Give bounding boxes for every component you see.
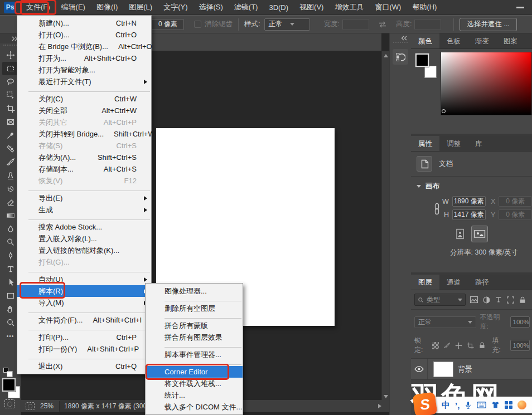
- menu-item[interactable]: 置入链接的智能对象(K)...: [17, 245, 151, 256]
- vertical-scrollbar[interactable]: [381, 51, 389, 400]
- menu-item[interactable]: 自动(U): [17, 274, 151, 285]
- rectangular-marquee-tool[interactable]: [2, 62, 19, 75]
- gradient-tool[interactable]: [2, 209, 19, 222]
- foreground-background-swatches[interactable]: [2, 378, 21, 401]
- menu-item[interactable]: 拼合所有蒙版: [146, 320, 243, 331]
- menu-item[interactable]: [146, 314, 243, 320]
- menu-item[interactable]: 打开为智能对象...: [17, 64, 151, 76]
- canvas-height-input[interactable]: 1417 像素: [452, 209, 486, 220]
- menu-item[interactable]: [17, 187, 151, 192]
- height-input[interactable]: [414, 19, 441, 30]
- lock-pixels-icon[interactable]: [443, 342, 451, 349]
- menubar-item[interactable]: 窗口(W): [369, 0, 407, 14]
- blend-mode-dropdown[interactable]: 正常: [414, 316, 476, 328]
- menu-item[interactable]: [146, 343, 243, 349]
- menu-item[interactable]: 打印(P)... Ctrl+P: [17, 331, 151, 343]
- menu-item[interactable]: 生成: [17, 204, 151, 216]
- menubar-item[interactable]: 选择(S): [193, 0, 228, 14]
- menu-item[interactable]: [17, 87, 151, 93]
- document-properties-button[interactable]: [417, 156, 432, 172]
- style-dropdown[interactable]: 正常: [264, 18, 310, 31]
- toolbox-icon[interactable]: [505, 401, 512, 409]
- history-brush-tool[interactable]: [2, 182, 19, 196]
- layer-filter-dropdown[interactable]: 类型: [414, 294, 466, 306]
- menu-item[interactable]: 文件简介(F)... Alt+Shift+Ctrl+I: [17, 314, 151, 326]
- layer-row[interactable]: 背景: [411, 359, 532, 380]
- filter-smart-objects-icon[interactable]: [519, 296, 526, 304]
- default-colors-icon[interactable]: [3, 368, 8, 373]
- panel-tab[interactable]: 路径: [468, 275, 496, 290]
- panel-color-swatches[interactable]: [415, 53, 441, 79]
- link-dimensions-icon[interactable]: [433, 203, 441, 217]
- opacity-input[interactable]: 100%: [510, 316, 530, 328]
- menu-item[interactable]: 新建(N)... Ctrl+N: [17, 17, 151, 29]
- collapse-panels-button[interactable]: [390, 33, 411, 41]
- width-input[interactable]: [342, 19, 369, 30]
- menu-item[interactable]: 脚本事件管理器...: [146, 349, 243, 360]
- sogou-logo-icon[interactable]: S: [412, 392, 437, 415]
- menu-item[interactable]: 将文件载入堆栈...: [146, 378, 243, 389]
- menu-item[interactable]: 搜索 Adobe Stock...: [17, 221, 151, 233]
- blur-tool[interactable]: [2, 222, 19, 236]
- menu-item[interactable]: 图像处理器...: [146, 285, 243, 297]
- menu-item[interactable]: 打开为... Alt+Shift+Ctrl+O: [17, 52, 151, 64]
- menu-item[interactable]: Corner Editor: [146, 366, 243, 378]
- menu-item[interactable]: 存储(S) Ctrl+S: [17, 140, 151, 152]
- menu-item[interactable]: 关闭(C) Ctrl+W: [17, 93, 151, 105]
- toolbar-grip[interactable]: [3, 45, 17, 47]
- emoji-icon[interactable]: [518, 401, 526, 409]
- menu-item[interactable]: 载入多个 DICOM 文件...: [146, 401, 243, 413]
- menubar-item[interactable]: 文字(Y): [158, 0, 193, 14]
- minimize-button[interactable]: [509, 0, 532, 14]
- anti-alias-checkbox[interactable]: [194, 21, 201, 28]
- history-panel-button[interactable]: [393, 49, 408, 65]
- menu-item[interactable]: [146, 297, 243, 302]
- clone-stamp-tool[interactable]: [2, 169, 19, 182]
- eraser-tool[interactable]: [2, 196, 19, 209]
- menu-item[interactable]: 存储副本... Alt+Ctrl+S: [17, 163, 151, 175]
- panel-tab[interactable]: 图层: [411, 275, 439, 290]
- hand-tool[interactable]: [2, 302, 19, 316]
- menubar-item[interactable]: 帮助(H): [407, 0, 442, 14]
- ime-language-toggle[interactable]: 中: [442, 400, 450, 411]
- menu-item[interactable]: 恢复(V) F12: [17, 175, 151, 187]
- canvas-x-input[interactable]: 0 像素: [499, 196, 532, 207]
- menubar-item[interactable]: 滤镜(T): [229, 0, 264, 14]
- background-color-swatch[interactable]: [424, 66, 437, 78]
- crop-tool[interactable]: [2, 102, 19, 115]
- panel-tab[interactable]: 色板: [439, 33, 468, 48]
- menubar-item[interactable]: 增效工具: [329, 0, 369, 14]
- filter-pixel-layers-icon[interactable]: [470, 296, 478, 304]
- menu-item[interactable]: 最近打开文件(T): [17, 76, 151, 87]
- menu-item[interactable]: 关闭并转到 Bridge... Shift+Ctrl+W: [17, 128, 151, 140]
- menubar-item[interactable]: 3D(D): [263, 0, 294, 14]
- feather-input[interactable]: 0 像素: [152, 19, 184, 30]
- menu-item[interactable]: [17, 216, 151, 221]
- panel-tab[interactable]: 库: [468, 136, 490, 151]
- scroll-right-icon[interactable]: [378, 404, 381, 408]
- panel-tab[interactable]: 属性: [411, 136, 439, 151]
- menu-item[interactable]: [17, 355, 151, 360]
- scroll-down-icon[interactable]: [384, 395, 388, 398]
- eyedropper-tool[interactable]: [2, 129, 19, 142]
- zoom-level[interactable]: 25%: [40, 402, 54, 410]
- menu-item[interactable]: 存储为(A)... Shift+Ctrl+S: [17, 152, 151, 163]
- quick-selection-tool[interactable]: [2, 89, 19, 102]
- menu-item[interactable]: 脚本(R): [17, 285, 151, 297]
- panel-tab[interactable]: 渐变: [468, 33, 496, 48]
- menubar-item[interactable]: 文件(F): [21, 0, 56, 14]
- menu-item[interactable]: 退出(X) Ctrl+Q: [17, 360, 151, 372]
- menu-item[interactable]: 导出(E): [17, 192, 151, 204]
- menu-item[interactable]: 置入嵌入对象(L)...: [17, 233, 151, 245]
- filter-shape-layers-icon[interactable]: [506, 296, 515, 304]
- visibility-toggle[interactable]: [411, 359, 428, 379]
- menu-item[interactable]: 导入(M): [17, 297, 151, 309]
- menubar-item[interactable]: 编辑(E): [56, 0, 91, 14]
- lock-all-icon[interactable]: [478, 341, 486, 349]
- lasso-tool[interactable]: [2, 75, 19, 89]
- menu-item[interactable]: 打包(G)...: [17, 256, 151, 268]
- menu-item[interactable]: 关闭全部 Alt+Ctrl+W: [17, 105, 151, 116]
- portrait-orientation-button[interactable]: [453, 227, 467, 241]
- fill-input[interactable]: 100%: [510, 340, 530, 351]
- quick-mask-button[interactable]: [4, 399, 14, 408]
